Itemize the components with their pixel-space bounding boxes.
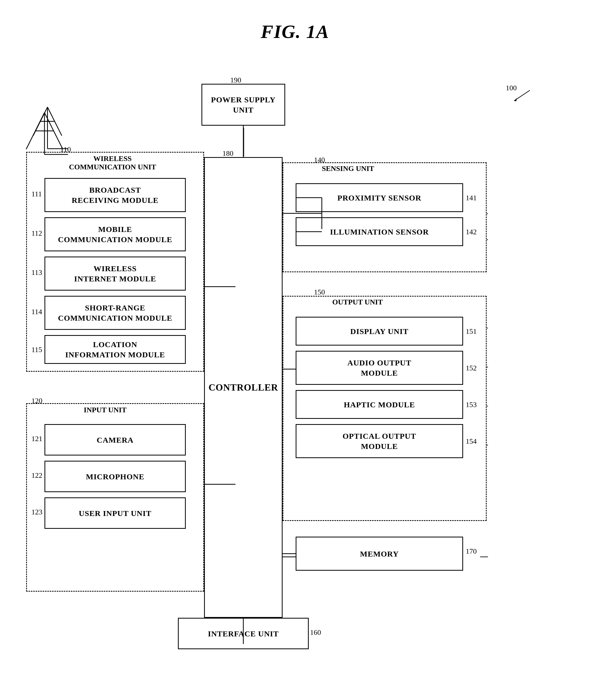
page-title: FIG. 1A xyxy=(0,0,590,43)
